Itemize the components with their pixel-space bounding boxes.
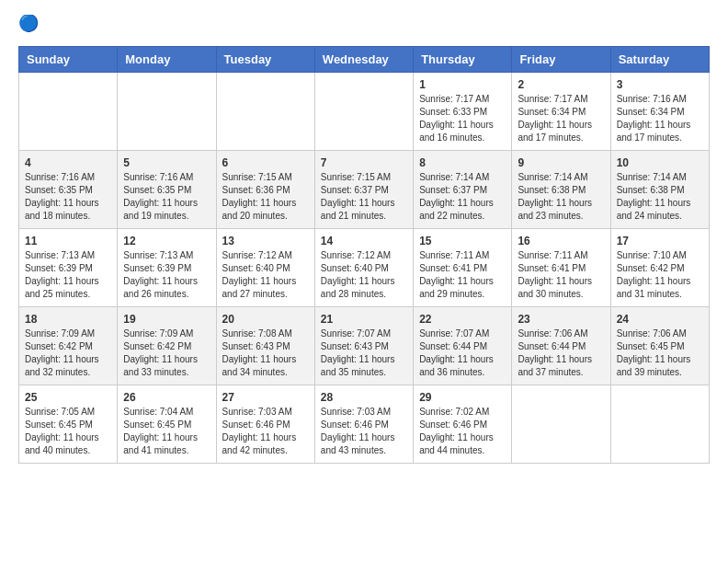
calendar-cell: 12Sunrise: 7:13 AM Sunset: 6:39 PM Dayli… (118, 229, 216, 307)
day-info: Sunrise: 7:10 AM Sunset: 6:42 PM Dayligh… (617, 249, 703, 301)
day-number: 25 (25, 391, 111, 404)
calendar-cell: 4Sunrise: 7:16 AM Sunset: 6:35 PM Daylig… (19, 151, 118, 229)
calendar-cell (216, 73, 314, 151)
calendar-cell: 1Sunrise: 7:17 AM Sunset: 6:33 PM Daylig… (414, 73, 512, 151)
day-number: 29 (419, 391, 506, 404)
day-number: 17 (617, 235, 703, 247)
calendar: SundayMondayTuesdayWednesdayThursdayFrid… (18, 46, 710, 464)
day-info: Sunrise: 7:09 AM Sunset: 6:42 PM Dayligh… (25, 327, 111, 379)
calendar-cell: 5Sunrise: 7:16 AM Sunset: 6:35 PM Daylig… (118, 151, 216, 229)
calendar-cell (610, 385, 709, 464)
calendar-cell: 8Sunrise: 7:14 AM Sunset: 6:37 PM Daylig… (414, 151, 512, 229)
day-info: Sunrise: 7:06 AM Sunset: 6:44 PM Dayligh… (518, 327, 604, 379)
day-number: 20 (222, 313, 309, 326)
calendar-cell: 22Sunrise: 7:07 AM Sunset: 6:44 PM Dayli… (414, 307, 512, 385)
day-info: Sunrise: 7:08 AM Sunset: 6:43 PM Dayligh… (222, 327, 309, 379)
day-info: Sunrise: 7:05 AM Sunset: 6:45 PM Dayligh… (25, 406, 111, 457)
calendar-cell: 6Sunrise: 7:15 AM Sunset: 6:36 PM Daylig… (216, 151, 314, 229)
day-info: Sunrise: 7:16 AM Sunset: 6:34 PM Dayligh… (617, 93, 703, 144)
calendar-cell: 25Sunrise: 7:05 AM Sunset: 6:45 PM Dayli… (19, 385, 118, 464)
calendar-cell: 17Sunrise: 7:10 AM Sunset: 6:42 PM Dayli… (610, 229, 709, 307)
week-row-2: 4Sunrise: 7:16 AM Sunset: 6:35 PM Daylig… (19, 151, 710, 229)
calendar-cell: 26Sunrise: 7:04 AM Sunset: 6:45 PM Dayli… (118, 385, 216, 464)
day-number: 3 (617, 78, 703, 91)
day-info: Sunrise: 7:13 AM Sunset: 6:39 PM Dayligh… (123, 249, 210, 301)
day-number: 28 (321, 391, 407, 404)
week-row-5: 25Sunrise: 7:05 AM Sunset: 6:45 PM Dayli… (19, 385, 710, 464)
calendar-cell: 19Sunrise: 7:09 AM Sunset: 6:42 PM Dayli… (118, 307, 216, 385)
day-info: Sunrise: 7:12 AM Sunset: 6:40 PM Dayligh… (321, 249, 407, 301)
page: 🔵 SundayMondayTuesdayWednesdayThursdayFr… (0, 0, 728, 482)
day-info: Sunrise: 7:06 AM Sunset: 6:45 PM Dayligh… (617, 327, 703, 379)
day-number: 21 (321, 313, 407, 326)
calendar-cell: 10Sunrise: 7:14 AM Sunset: 6:38 PM Dayli… (610, 151, 709, 229)
day-number: 8 (419, 156, 506, 169)
calendar-cell: 29Sunrise: 7:02 AM Sunset: 6:46 PM Dayli… (414, 385, 512, 464)
calendar-cell: 2Sunrise: 7:17 AM Sunset: 6:34 PM Daylig… (512, 73, 610, 151)
day-info: Sunrise: 7:07 AM Sunset: 6:44 PM Dayligh… (419, 327, 506, 379)
day-number: 12 (123, 235, 210, 247)
week-row-1: 1Sunrise: 7:17 AM Sunset: 6:33 PM Daylig… (19, 73, 710, 151)
day-number: 13 (222, 235, 309, 247)
calendar-cell: 20Sunrise: 7:08 AM Sunset: 6:43 PM Dayli… (216, 307, 314, 385)
day-number: 1 (419, 78, 506, 91)
day-number: 24 (617, 313, 703, 326)
weekday-header-friday: Friday (512, 47, 610, 73)
day-number: 14 (321, 235, 407, 247)
calendar-cell: 18Sunrise: 7:09 AM Sunset: 6:42 PM Dayli… (19, 307, 118, 385)
day-number: 6 (222, 156, 309, 169)
calendar-cell (19, 73, 118, 151)
day-number: 27 (222, 391, 309, 404)
week-row-4: 18Sunrise: 7:09 AM Sunset: 6:42 PM Dayli… (19, 307, 710, 385)
svg-text:🔵: 🔵 (18, 15, 40, 33)
weekday-header-sunday: Sunday (19, 47, 118, 73)
header: 🔵 (18, 15, 710, 37)
day-number: 10 (617, 156, 703, 169)
logo-icon: 🔵 (18, 15, 40, 37)
calendar-cell: 24Sunrise: 7:06 AM Sunset: 6:45 PM Dayli… (610, 307, 709, 385)
day-info: Sunrise: 7:15 AM Sunset: 6:37 PM Dayligh… (321, 171, 407, 223)
day-info: Sunrise: 7:16 AM Sunset: 6:35 PM Dayligh… (25, 171, 111, 223)
weekday-header-tuesday: Tuesday (216, 47, 314, 73)
day-info: Sunrise: 7:03 AM Sunset: 6:46 PM Dayligh… (321, 406, 407, 457)
calendar-cell: 3Sunrise: 7:16 AM Sunset: 6:34 PM Daylig… (610, 73, 709, 151)
day-info: Sunrise: 7:11 AM Sunset: 6:41 PM Dayligh… (419, 249, 506, 301)
day-info: Sunrise: 7:15 AM Sunset: 6:36 PM Dayligh… (222, 171, 309, 223)
calendar-cell: 16Sunrise: 7:11 AM Sunset: 6:41 PM Dayli… (512, 229, 610, 307)
calendar-cell: 9Sunrise: 7:14 AM Sunset: 6:38 PM Daylig… (512, 151, 610, 229)
weekday-header-saturday: Saturday (610, 47, 709, 73)
calendar-cell: 11Sunrise: 7:13 AM Sunset: 6:39 PM Dayli… (19, 229, 118, 307)
calendar-cell: 13Sunrise: 7:12 AM Sunset: 6:40 PM Dayli… (216, 229, 314, 307)
calendar-cell (118, 73, 216, 151)
day-number: 19 (123, 313, 210, 326)
day-number: 15 (419, 235, 506, 247)
day-info: Sunrise: 7:17 AM Sunset: 6:33 PM Dayligh… (419, 93, 506, 144)
day-number: 18 (25, 313, 111, 326)
day-info: Sunrise: 7:07 AM Sunset: 6:43 PM Dayligh… (321, 327, 407, 379)
weekday-header-thursday: Thursday (414, 47, 512, 73)
day-info: Sunrise: 7:02 AM Sunset: 6:46 PM Dayligh… (419, 406, 506, 457)
day-info: Sunrise: 7:12 AM Sunset: 6:40 PM Dayligh… (222, 249, 309, 301)
day-number: 4 (25, 156, 111, 169)
logo: 🔵 (18, 15, 44, 37)
weekday-header-row: SundayMondayTuesdayWednesdayThursdayFrid… (19, 47, 710, 73)
calendar-cell: 21Sunrise: 7:07 AM Sunset: 6:43 PM Dayli… (314, 307, 413, 385)
calendar-cell: 15Sunrise: 7:11 AM Sunset: 6:41 PM Dayli… (414, 229, 512, 307)
day-number: 22 (419, 313, 506, 326)
day-number: 5 (123, 156, 210, 169)
day-info: Sunrise: 7:04 AM Sunset: 6:45 PM Dayligh… (123, 406, 210, 457)
weekday-header-wednesday: Wednesday (314, 47, 413, 73)
day-number: 16 (518, 235, 604, 247)
calendar-cell (314, 73, 413, 151)
day-number: 11 (25, 235, 111, 247)
day-info: Sunrise: 7:14 AM Sunset: 6:38 PM Dayligh… (518, 171, 604, 223)
day-info: Sunrise: 7:16 AM Sunset: 6:35 PM Dayligh… (123, 171, 210, 223)
day-info: Sunrise: 7:14 AM Sunset: 6:38 PM Dayligh… (617, 171, 703, 223)
calendar-cell: 27Sunrise: 7:03 AM Sunset: 6:46 PM Dayli… (216, 385, 314, 464)
calendar-cell: 28Sunrise: 7:03 AM Sunset: 6:46 PM Dayli… (314, 385, 413, 464)
calendar-cell: 7Sunrise: 7:15 AM Sunset: 6:37 PM Daylig… (314, 151, 413, 229)
day-info: Sunrise: 7:14 AM Sunset: 6:37 PM Dayligh… (419, 171, 506, 223)
day-number: 2 (518, 78, 604, 91)
day-info: Sunrise: 7:11 AM Sunset: 6:41 PM Dayligh… (518, 249, 604, 301)
day-number: 26 (123, 391, 210, 404)
